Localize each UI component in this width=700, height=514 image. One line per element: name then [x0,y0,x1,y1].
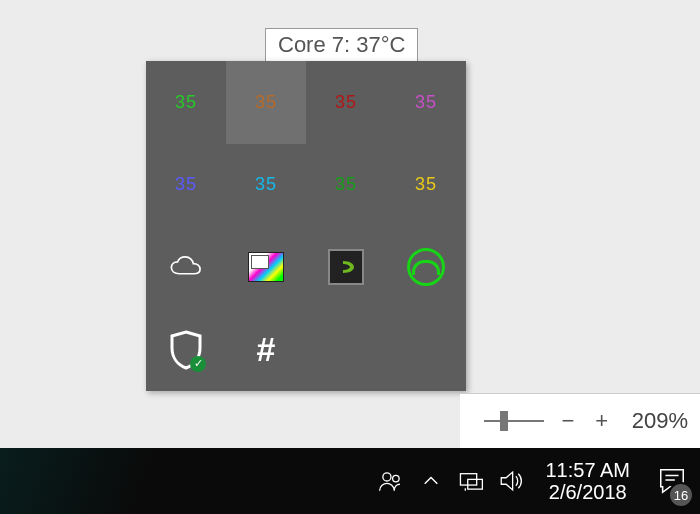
zoom-slider-thumb[interactable] [500,411,508,431]
svg-point-1 [393,475,400,482]
system-tray-overflow-panel: 35 35 35 35 35 35 35 35 ✓ [146,61,466,391]
nvidia-icon [328,249,364,285]
tray-hash-app[interactable]: # [226,309,306,392]
hash-icon: # [248,332,284,368]
core-temp-value: 35 [175,92,197,113]
core-temp-value: 35 [255,92,277,113]
razer-cloud-icon [407,248,445,286]
zoom-control-bar: − + 209% [460,393,700,448]
speaker-icon [498,468,524,494]
tray-rgb-app[interactable] [226,226,306,309]
volume-button[interactable] [491,448,531,514]
tray-core-temp-2[interactable]: 35 [306,61,386,144]
clock-date: 2/6/2018 [549,481,627,503]
chevron-up-icon [422,472,440,490]
zoom-out-button[interactable]: − [558,408,578,434]
tray-onedrive[interactable] [146,226,226,309]
core-temp-tooltip: Core 7: 37°C [265,28,418,64]
tray-core-temp-7[interactable]: 35 [386,144,466,227]
taskbar-background-pattern [0,448,170,514]
svg-point-0 [383,473,391,481]
tray-empty-slot [306,309,386,392]
tray-core-temp-5[interactable]: 35 [226,144,306,227]
tray-windows-defender[interactable]: ✓ [146,309,226,392]
tray-core-temp-3[interactable]: 35 [386,61,466,144]
zoom-level-value[interactable]: 209% [632,408,688,434]
core-temp-value: 35 [335,174,357,195]
tray-core-temp-4[interactable]: 35 [146,144,226,227]
taskbar-clock[interactable]: 11:57 AM 2/6/2018 [531,459,644,503]
tray-nvidia[interactable] [306,226,386,309]
windows-taskbar: 11:57 AM 2/6/2018 16 [0,448,700,514]
checkmark-badge-icon: ✓ [190,356,206,372]
tray-core-temp-6[interactable]: 35 [306,144,386,227]
tray-empty-slot [386,309,466,392]
svg-rect-3 [468,479,483,489]
onedrive-icon [168,249,204,285]
tray-razer[interactable] [386,226,466,309]
core-temp-value: 35 [255,174,277,195]
tray-core-temp-0[interactable]: 35 [146,61,226,144]
tray-core-temp-1[interactable]: 35 [226,61,306,144]
people-icon [378,468,404,494]
action-center-button[interactable]: 16 [644,448,700,514]
shield-icon: ✓ [168,330,204,370]
clock-time: 11:57 AM [545,459,630,481]
network-button[interactable] [451,448,491,514]
core-temp-value: 35 [335,92,357,113]
network-monitor-icon [458,468,484,494]
people-button[interactable] [371,448,411,514]
rgb-printer-icon [248,249,284,285]
core-temp-value: 35 [175,174,197,195]
zoom-slider[interactable] [484,420,544,422]
core-temp-value: 35 [415,174,437,195]
show-hidden-icons-button[interactable] [411,448,451,514]
zoom-in-button[interactable]: + [592,408,612,434]
core-temp-value: 35 [415,92,437,113]
notification-count-badge: 16 [668,482,694,508]
